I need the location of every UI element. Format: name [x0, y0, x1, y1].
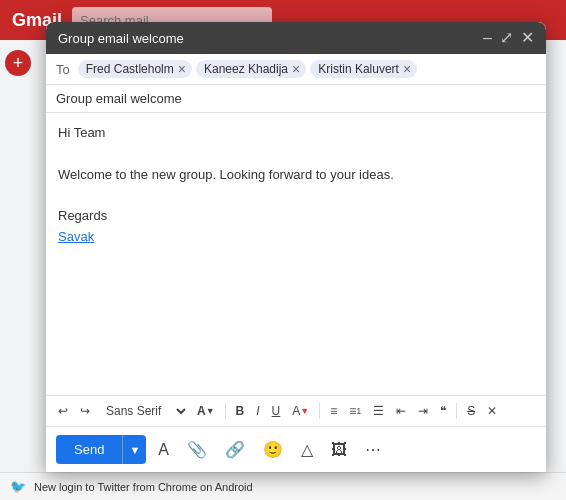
titlebar-actions: – ⤢ ✕: [483, 30, 534, 46]
undo-button[interactable]: ↩: [54, 401, 72, 421]
bullet-list-button[interactable]: ☰: [369, 401, 388, 421]
close-button[interactable]: ✕: [521, 30, 534, 46]
underline-button[interactable]: U: [268, 401, 285, 421]
sidebar: +: [0, 40, 35, 472]
recipient-name-1: Fred Castleholm: [86, 62, 174, 76]
send-button-group: Send ▼: [56, 435, 146, 464]
insert-link-button[interactable]: 🔗: [219, 435, 251, 464]
to-row: To Fred Castleholm × Kaneez Khadija × Kr…: [46, 54, 546, 85]
remove-recipient-3[interactable]: ×: [403, 62, 411, 76]
recipient-chip-3: Kristin Kaluvert ×: [310, 60, 417, 78]
twitter-icon: 🐦: [10, 479, 26, 494]
bold-button[interactable]: B: [232, 401, 249, 421]
indent-more-button[interactable]: ⇥: [414, 401, 432, 421]
numbered-list-button[interactable]: ≡1: [345, 401, 365, 421]
remove-recipient-2[interactable]: ×: [292, 62, 300, 76]
subject-text: Group email welcome: [56, 91, 182, 106]
toolbar-separator-2: [319, 403, 320, 419]
send-row: Send ▼ A 📎 🔗 🙂 △ 🖼 ⋯: [46, 426, 546, 472]
indent-less-button[interactable]: ⇤: [392, 401, 410, 421]
font-color-button[interactable]: A▼: [288, 401, 313, 421]
body-line-regards: Regards: [58, 185, 534, 227]
format-text-button[interactable]: A: [152, 436, 175, 464]
body-line-hi-team: Hi Team: [58, 123, 534, 144]
redo-button[interactable]: ↪: [76, 401, 94, 421]
notification-text: New login to Twitter from Chrome on Andr…: [34, 481, 253, 493]
minimize-button[interactable]: –: [483, 30, 492, 46]
subject-row: Group email welcome: [46, 85, 546, 113]
expand-button[interactable]: ⤢: [500, 30, 513, 46]
send-dropdown-button[interactable]: ▼: [122, 435, 146, 464]
bottom-bar: 🐦 New login to Twitter from Chrome on An…: [0, 472, 566, 500]
insert-emoji-button[interactable]: 🙂: [257, 435, 289, 464]
strikethrough-button[interactable]: S: [463, 401, 479, 421]
font-family-select[interactable]: Sans Serif Serif Monospace: [98, 400, 189, 422]
body-line-welcome: Welcome to the new group. Looking forwar…: [58, 144, 534, 186]
toolbar-separator-1: [225, 403, 226, 419]
compose-titlebar: Group email welcome – ⤢ ✕: [46, 22, 546, 54]
recipient-chip-2: Kaneez Khadija ×: [196, 60, 306, 78]
remove-recipient-1[interactable]: ×: [178, 62, 186, 76]
italic-button[interactable]: I: [252, 401, 263, 421]
align-button[interactable]: ≡: [326, 401, 341, 421]
compose-title: Group email welcome: [58, 31, 184, 46]
recipient-name-3: Kristin Kaluvert: [318, 62, 399, 76]
blockquote-button[interactable]: ❝: [436, 401, 450, 421]
recipient-name-2: Kaneez Khadija: [204, 62, 288, 76]
compose-button[interactable]: +: [5, 50, 31, 76]
compose-window: Group email welcome – ⤢ ✕ To Fred Castle…: [46, 22, 546, 472]
font-size-button[interactable]: A▼: [193, 401, 219, 421]
insert-photo-button[interactable]: 🖼: [325, 436, 353, 464]
insert-drive-button[interactable]: △: [295, 435, 319, 464]
toolbar-separator-3: [456, 403, 457, 419]
to-label: To: [56, 62, 70, 77]
formatting-toolbar: ↩ ↪ Sans Serif Serif Monospace A▼ B I U …: [46, 395, 546, 426]
recipient-chip-1: Fred Castleholm ×: [78, 60, 192, 78]
gmail-background: Gmail + Group email welcome – ⤢ ✕ To Fre…: [0, 0, 566, 500]
compose-body[interactable]: Hi Team Welcome to the new group. Lookin…: [46, 113, 546, 395]
remove-formatting-button[interactable]: ✕: [483, 401, 501, 421]
more-options-button[interactable]: ⋯: [359, 435, 387, 464]
signature-link[interactable]: Savak: [58, 229, 94, 244]
send-button[interactable]: Send: [56, 435, 122, 464]
attach-file-button[interactable]: 📎: [181, 435, 213, 464]
